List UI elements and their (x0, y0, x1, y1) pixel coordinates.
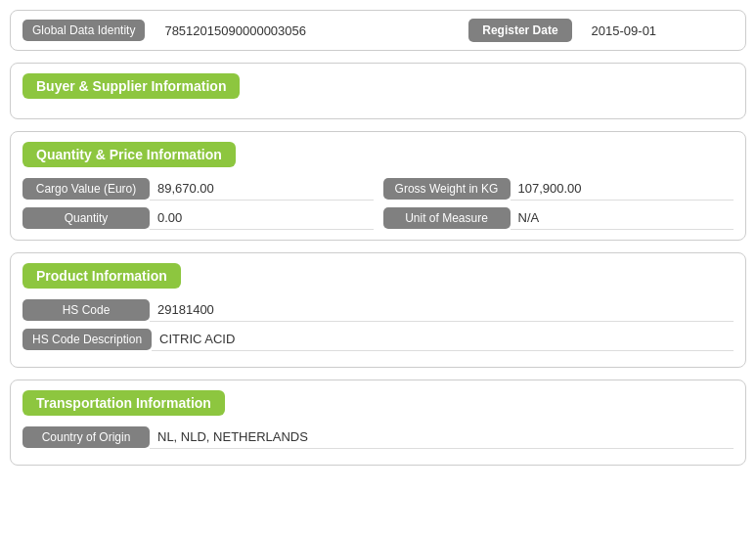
hs-code-desc-label: HS Code Description (22, 329, 152, 350)
quantity-field: Quantity 0.00 (22, 206, 374, 230)
cargo-value-field: Cargo Value (Euro) 89,670.00 (22, 177, 374, 201)
register-date-value: 2015-09-01 (592, 23, 734, 38)
hs-code-value: 29181400 (150, 298, 734, 322)
buyer-supplier-header: Buyer & Supplier Information (22, 73, 240, 99)
unit-of-measure-label: Unit of Measure (383, 207, 511, 229)
hs-code-row: HS Code 29181400 (22, 298, 734, 322)
hs-code-desc-value: CITRIC ACID (152, 328, 734, 351)
hs-code-desc-row: HS Code Description CITRIC ACID (22, 328, 734, 351)
product-header: Product Information (22, 263, 181, 289)
quantity-price-card: Quantity & Price Information Cargo Value… (10, 131, 746, 241)
hs-code-label: HS Code (22, 299, 150, 321)
global-data-card: Global Data Identity 7851201509000000305… (10, 10, 746, 51)
country-of-origin-row: Country of Origin NL, NLD, NETHERLANDS (22, 425, 734, 449)
quantity-price-header: Quantity & Price Information (22, 142, 236, 167)
global-data-identity-label: Global Data Identity (22, 20, 145, 41)
gross-weight-label: Gross Weight in KG (383, 178, 511, 200)
transportation-card: Transportation Information Country of Or… (10, 380, 746, 466)
quantity-value: 0.00 (150, 206, 374, 230)
product-card: Product Information HS Code 29181400 HS … (10, 252, 746, 368)
gross-weight-value: 107,900.00 (511, 177, 734, 201)
cargo-quantity-row: Cargo Value (Euro) 89,670.00 Gross Weigh… (22, 177, 734, 201)
unit-of-measure-value: N/A (511, 206, 734, 230)
register-date-button[interactable]: Register Date (468, 19, 571, 42)
country-of-origin-value: NL, NLD, NETHERLANDS (150, 425, 734, 449)
transportation-header: Transportation Information (22, 390, 225, 416)
global-data-identity-value: 78512015090000003056 (164, 23, 449, 38)
unit-of-measure-field: Unit of Measure N/A (383, 206, 734, 230)
gross-weight-field: Gross Weight in KG 107,900.00 (383, 177, 734, 201)
buyer-supplier-card: Buyer & Supplier Information (10, 63, 746, 119)
quantity-measure-row: Quantity 0.00 Unit of Measure N/A (22, 206, 734, 230)
quantity-label: Quantity (22, 207, 150, 229)
country-of-origin-label: Country of Origin (22, 426, 150, 448)
cargo-value: 89,670.00 (150, 177, 374, 201)
cargo-value-label: Cargo Value (Euro) (22, 178, 150, 200)
